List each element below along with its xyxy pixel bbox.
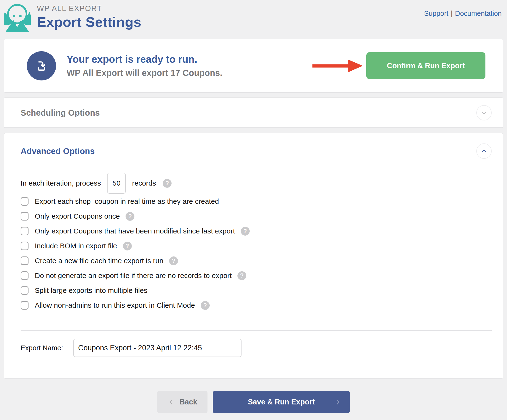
help-icon[interactable]: ? — [126, 212, 134, 221]
save-run-export-button[interactable]: Save & Run Export — [213, 391, 350, 413]
banner-title: Your export is ready to run. — [67, 54, 222, 65]
section-divider — [21, 330, 492, 331]
checkbox-label: Only export Coupons that have been modif… — [35, 227, 235, 235]
page-title: Export Settings — [37, 14, 141, 30]
iteration-suffix-label: records — [132, 179, 156, 187]
header: WP ALL EXPORT Export Settings Support|Do… — [0, 0, 507, 39]
help-icon[interactable]: ? — [201, 301, 210, 310]
help-icon[interactable]: ? — [169, 256, 178, 265]
option-checkbox[interactable] — [21, 227, 28, 235]
advanced-option-row[interactable]: Do not generate an export file if there … — [21, 271, 503, 280]
checkbox-label: Export each shop_coupon in real time as … — [35, 197, 219, 206]
banner-texts: Your export is ready to run. WP All Expo… — [67, 54, 222, 78]
checkbox-label: Split large exports into multiple files — [35, 286, 147, 295]
chevron-left-icon — [168, 399, 175, 406]
option-checkbox[interactable] — [21, 286, 28, 295]
links-separator: | — [451, 10, 453, 17]
checkbox-label: Only export Coupons once — [35, 212, 120, 220]
brand-block: WP ALL EXPORT Export Settings — [37, 3, 141, 30]
help-icon[interactable]: ? — [238, 271, 246, 280]
iteration-row: In each iteration, process records ? — [21, 173, 503, 194]
save-button-label: Save & Run Export — [248, 398, 315, 406]
export-settings-page: WP ALL EXPORT Export Settings Support|Do… — [0, 0, 507, 420]
banner-subtitle: WP All Export will export 17 Coupons. — [67, 68, 222, 78]
scheduling-options-title: Scheduling Options — [21, 108, 100, 117]
export-name-label: Export Name: — [21, 344, 68, 352]
option-checkbox[interactable] — [21, 271, 28, 280]
footer-actions: Back Save & Run Export — [0, 391, 507, 413]
support-link[interactable]: Support — [424, 10, 449, 17]
back-button[interactable]: Back — [157, 391, 207, 413]
scheduling-options-panel: Scheduling Options — [4, 97, 503, 128]
brand-name: WP ALL EXPORT — [37, 4, 141, 13]
export-name-input[interactable] — [73, 339, 241, 357]
advanced-option-row[interactable]: Include BOM in export file ? — [21, 242, 503, 250]
advanced-option-row[interactable]: Only export Coupons that have been modif… — [21, 227, 503, 235]
help-icon[interactable]: ? — [163, 179, 172, 188]
export-ready-banner: Your export is ready to run. WP All Expo… — [4, 39, 503, 93]
checkbox-label: Allow non-admins to run this export in C… — [35, 301, 195, 309]
chevron-right-icon — [334, 399, 342, 406]
iteration-prefix-label: In each iteration, process — [21, 179, 101, 187]
chevron-down-icon[interactable] — [476, 105, 492, 120]
annotation-arrow — [312, 58, 364, 73]
advanced-option-row[interactable]: Allow non-admins to run this export in C… — [21, 301, 503, 310]
documentation-link[interactable]: Documentation — [455, 10, 502, 17]
option-checkbox[interactable] — [21, 212, 28, 220]
confirm-run-export-button[interactable]: Confirm & Run Export — [366, 52, 486, 79]
advanced-option-row[interactable]: Export each shop_coupon in real time as … — [21, 197, 503, 206]
help-icon[interactable]: ? — [123, 242, 132, 250]
checkbox-label: Create a new file each time export is ru… — [35, 257, 163, 265]
advanced-checkbox-list: Export each shop_coupon in real time as … — [21, 197, 503, 310]
advanced-option-row[interactable]: Create a new file each time export is ru… — [21, 256, 503, 265]
help-icon[interactable]: ? — [241, 227, 250, 236]
back-button-label: Back — [179, 398, 197, 406]
chevron-up-icon[interactable] — [476, 144, 492, 159]
advanced-option-row[interactable]: Only export Coupons once ? — [21, 212, 503, 220]
advanced-options-panel: Advanced Options In each iteration, proc… — [4, 133, 503, 379]
option-checkbox[interactable] — [21, 197, 28, 206]
iteration-records-input[interactable] — [107, 173, 126, 194]
option-checkbox[interactable] — [21, 242, 28, 250]
checkbox-label: Do not generate an export file if there … — [35, 272, 232, 280]
advanced-options-header: Advanced Options — [4, 133, 503, 159]
export-name-row: Export Name: — [21, 339, 503, 357]
option-checkbox[interactable] — [21, 256, 28, 265]
option-checkbox[interactable] — [21, 301, 28, 310]
advanced-option-row[interactable]: Split large exports into multiple files — [21, 286, 503, 295]
octopus-logo-icon — [4, 3, 31, 32]
advanced-options-title: Advanced Options — [21, 146, 95, 156]
banner-right: Confirm & Run Export — [312, 52, 486, 79]
checkbox-label: Include BOM in export file — [35, 242, 117, 250]
download-icon — [27, 51, 56, 81]
header-links: Support|Documentation — [424, 10, 502, 17]
